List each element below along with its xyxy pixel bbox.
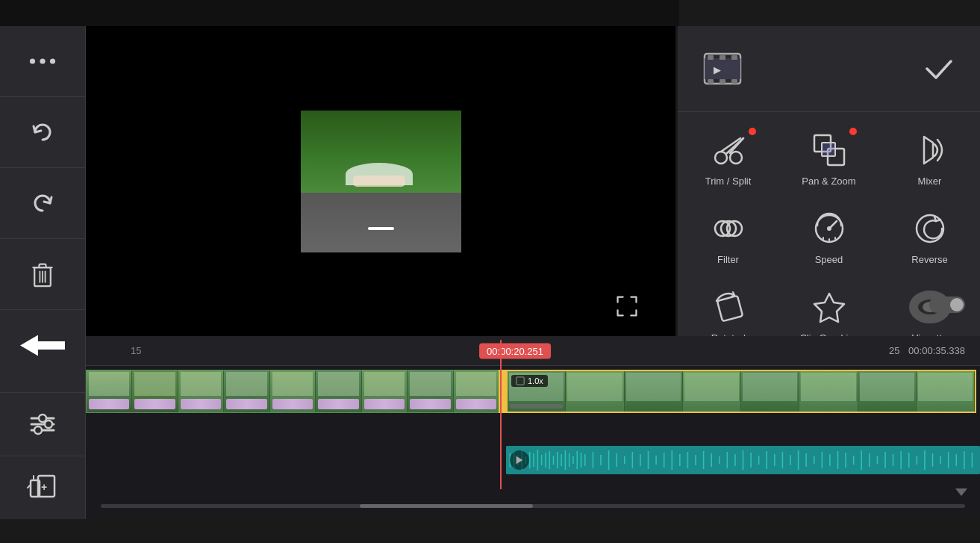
audio-track [86, 446, 980, 474]
timeline-scrollbar-thumb[interactable] [360, 504, 533, 508]
speed-badge-display: 1.0x [511, 375, 548, 387]
road [301, 185, 461, 252]
svg-rect-25 [720, 79, 725, 84]
tool-row-1: Trim / Split Pan & Zoom [678, 120, 980, 198]
svg-marker-36 [924, 137, 933, 164]
clip-graphics-tool[interactable]: Clip Graphics [788, 288, 870, 344]
svg-rect-20 [705, 58, 740, 79]
preview-video [301, 36, 461, 327]
clip-frame-r5 [741, 371, 799, 412]
reverse-icon [911, 209, 949, 248]
rotate-icon [709, 288, 748, 326]
svg-rect-47 [717, 296, 742, 321]
top-bar [0, 0, 679, 27]
rotate-tool[interactable]: Rotate / [687, 288, 770, 344]
svg-text:+: + [41, 481, 47, 493]
pan-zoom-tool[interactable]: Pan & Zoom [788, 131, 870, 187]
confirm-button[interactable] [920, 50, 958, 87]
svg-rect-35 [822, 143, 835, 156]
sidebar: + [0, 26, 86, 519]
svg-rect-54 [516, 377, 524, 385]
svg-rect-24 [708, 79, 714, 84]
filter-label: Filter [717, 254, 739, 265]
svg-text:▶: ▶ [714, 64, 721, 75]
preview-top-black [301, 36, 461, 111]
filter-tool[interactable]: Filter [687, 209, 770, 265]
clip-frame-r2 [566, 371, 624, 412]
speed-badge-value: 1.0x [528, 376, 543, 385]
svg-rect-26 [731, 79, 737, 84]
speed-label: Speed [815, 254, 843, 265]
arrow-left-icon [20, 335, 65, 356]
svg-point-1 [40, 58, 45, 63]
clip-frame-r8 [917, 371, 975, 412]
mixer-label: Mixer [918, 176, 942, 187]
panel-film-icon: ▶ [700, 46, 745, 91]
timeline-collapse-button[interactable] [954, 488, 969, 497]
clip-frame-7 [362, 370, 408, 412]
mixer-tool[interactable]: Mixer [889, 131, 971, 187]
redo-button[interactable] [0, 168, 86, 239]
clip-segment-right[interactable]: 1.0x [506, 370, 976, 413]
sidebar-bottom: + [0, 392, 86, 519]
audio-play-icon [514, 455, 525, 465]
timeline-scrollbar-track[interactable] [101, 504, 965, 508]
scissors-icon [709, 131, 748, 170]
trim-split-dot [749, 128, 756, 135]
preview-bottom-black [301, 252, 461, 327]
person-body [353, 176, 405, 187]
end-time: 25 00:00:35.338 [889, 345, 965, 356]
speed-icon [810, 209, 849, 248]
mixer-icon [911, 131, 949, 170]
svg-point-29 [730, 152, 742, 164]
svg-rect-21 [708, 55, 714, 60]
svg-marker-125 [516, 456, 523, 465]
delete-button[interactable] [0, 239, 86, 310]
svg-point-11 [39, 415, 46, 422]
speed-tool[interactable]: Speed [788, 209, 870, 265]
audio-waveform-svg [506, 446, 980, 474]
svg-point-12 [45, 421, 52, 428]
tool-row-2: Filter Speed [678, 198, 980, 276]
playhead-line [500, 340, 502, 489]
svg-point-13 [34, 426, 42, 434]
preview-area [86, 26, 675, 336]
svg-point-0 [30, 58, 35, 63]
end-timecode: 00:00:35.338 [908, 345, 965, 356]
clip-frame-6 [316, 370, 361, 412]
audio-icon [510, 450, 529, 470]
add-clip-button[interactable]: + [0, 456, 86, 519]
reverse-tool[interactable]: Reverse [889, 209, 971, 265]
panel-header: ▶ [678, 26, 980, 112]
toggle-switch[interactable] [929, 297, 965, 316]
clip-frame-r4 [683, 371, 741, 412]
svg-rect-22 [720, 55, 725, 60]
panel: ▶ [678, 26, 980, 362]
timecode-15: 15 [131, 345, 141, 356]
speed-badge-icon [516, 376, 525, 385]
audio-waveform-container [506, 446, 980, 474]
reverse-label: Reverse [911, 254, 947, 265]
trim-split-tool[interactable]: Trim / Split [687, 131, 770, 187]
svg-point-2 [50, 58, 55, 63]
fullscreen-button[interactable] [612, 291, 642, 321]
pan-zoom-dot [849, 128, 857, 135]
clip-frame-8 [408, 370, 453, 412]
clip-frame-4 [224, 370, 269, 412]
more-button[interactable] [0, 26, 86, 97]
clip-frame-r6 [799, 371, 858, 412]
clip-frame-r7 [858, 371, 917, 412]
svg-point-53 [950, 298, 964, 311]
clip-frame-1 [87, 370, 132, 412]
road-line [368, 227, 394, 230]
clip-frame-5 [270, 370, 316, 412]
clip-frame-2 [132, 370, 178, 412]
svg-point-28 [715, 152, 727, 164]
clip-graphics-icon [810, 288, 849, 326]
panel-tools: Trim / Split Pan & Zoom [678, 112, 980, 362]
svg-point-42 [827, 226, 831, 231]
clip-segment-left[interactable] [86, 370, 500, 413]
undo-button[interactable] [0, 97, 86, 168]
adjust-tracks-button[interactable] [0, 392, 86, 456]
back-button[interactable] [0, 310, 86, 381]
